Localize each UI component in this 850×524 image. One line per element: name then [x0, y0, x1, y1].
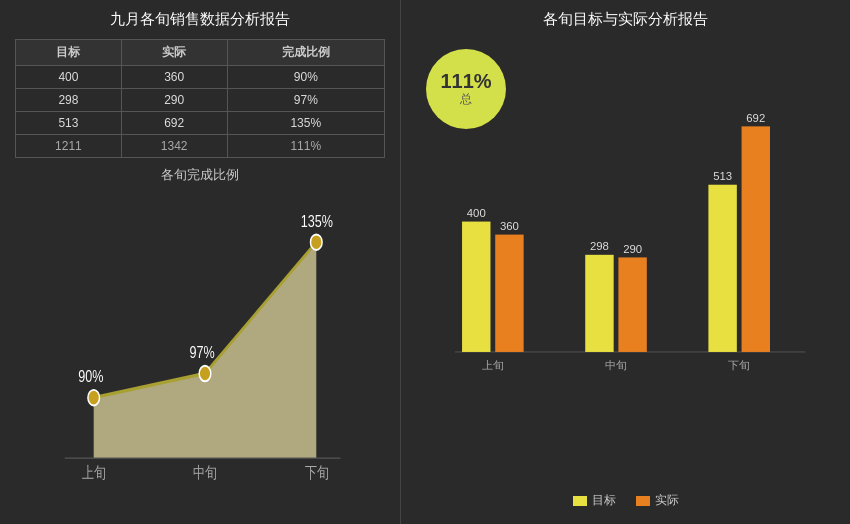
bar-actual-label: 360 — [500, 220, 519, 232]
line-chart-xlabel: 下旬 — [305, 464, 329, 481]
line-chart-dot — [310, 234, 322, 250]
legend-label: 实际 — [655, 492, 679, 509]
bar-target — [462, 222, 490, 352]
bar-xlabel: 下旬 — [728, 359, 750, 371]
bar-target — [708, 185, 736, 352]
bar-target — [585, 255, 613, 352]
table-cell: 298 — [16, 89, 122, 112]
data-table: 目标实际完成比例 40036090%29829097%513692135%121… — [15, 39, 385, 158]
table-header: 完成比例 — [227, 40, 384, 66]
right-panel: 各旬目标与实际分析报告 111% 总 400360上旬298290中旬51369… — [400, 0, 850, 524]
bar-xlabel: 上旬 — [482, 359, 504, 371]
circle-badge: 111% 总 — [426, 49, 506, 129]
table-header: 目标 — [16, 40, 122, 66]
table-cell: 111% — [227, 135, 384, 158]
table-row: 12111342111% — [16, 135, 385, 158]
line-chart-label: 97% — [190, 343, 215, 361]
line-chart-xlabel: 上旬 — [82, 464, 106, 481]
table-cell: 1211 — [16, 135, 122, 158]
badge-label: 总 — [460, 91, 472, 108]
table-row: 29829097% — [16, 89, 385, 112]
table-cell: 400 — [16, 66, 122, 89]
table-cell: 97% — [227, 89, 384, 112]
line-chart-container: 90%97%135%上旬中旬下旬 — [15, 189, 385, 514]
table-cell: 513 — [16, 112, 122, 135]
legend-color-box — [636, 496, 650, 506]
right-content: 111% 总 400360上旬298290中旬513692下旬 目标实际 — [416, 39, 835, 514]
legend: 目标实际 — [416, 487, 835, 514]
bar-actual — [495, 235, 523, 352]
table-cell: 1342 — [121, 135, 227, 158]
table-cell: 135% — [227, 112, 384, 135]
line-chart-title: 各旬完成比例 — [15, 166, 385, 184]
table-cell: 290 — [121, 89, 227, 112]
line-chart-dot — [199, 366, 211, 382]
table-cell: 90% — [227, 66, 384, 89]
line-chart-xlabel: 中旬 — [193, 464, 217, 481]
table-row: 513692135% — [16, 112, 385, 135]
bar-actual — [618, 257, 646, 352]
legend-item: 实际 — [636, 492, 679, 509]
right-title: 各旬目标与实际分析报告 — [416, 10, 835, 29]
legend-item: 目标 — [573, 492, 616, 509]
table-cell: 360 — [121, 66, 227, 89]
table-row: 40036090% — [16, 66, 385, 89]
table-cell: 692 — [121, 112, 227, 135]
left-panel: 九月各旬销售数据分析报告 目标实际完成比例 40036090%29829097%… — [0, 0, 400, 524]
legend-label: 目标 — [592, 492, 616, 509]
bar-actual-label: 290 — [623, 243, 642, 255]
table-header: 实际 — [121, 40, 227, 66]
line-chart-label: 90% — [78, 367, 103, 385]
legend-color-box — [573, 496, 587, 506]
bar-actual-label: 692 — [746, 112, 765, 124]
bar-target-label: 513 — [713, 170, 732, 182]
badge-pct: 111% — [440, 71, 491, 91]
line-chart-svg: 90%97%135%上旬中旬下旬 — [55, 199, 355, 484]
line-chart-label: 135% — [301, 212, 333, 230]
bar-target-label: 400 — [467, 207, 486, 219]
bar-target-label: 298 — [590, 240, 609, 252]
left-title: 九月各旬销售数据分析报告 — [15, 10, 385, 29]
bar-actual — [742, 126, 770, 352]
bar-xlabel: 中旬 — [605, 359, 627, 371]
line-chart-dot — [88, 390, 100, 406]
